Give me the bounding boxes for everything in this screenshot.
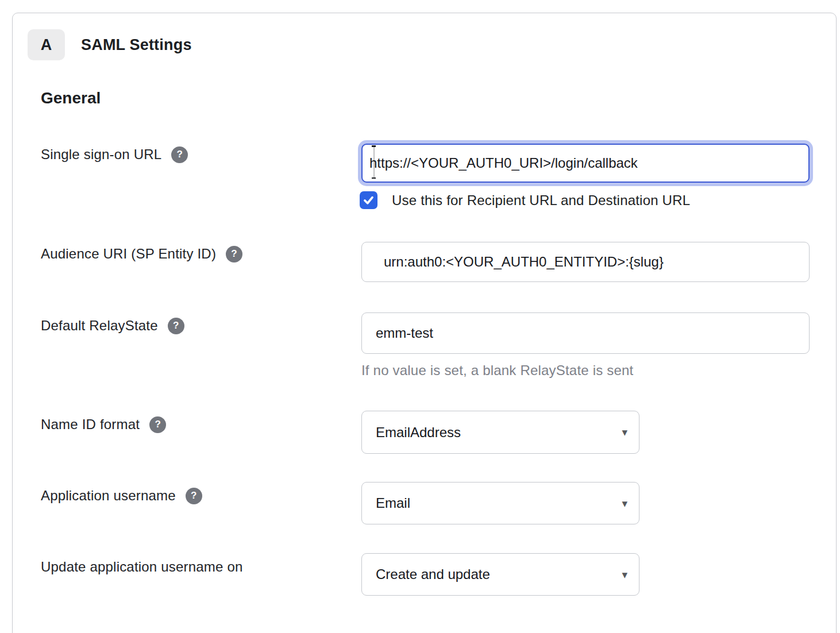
app-username-label: Application username	[41, 487, 176, 504]
app-username-select[interactable]: Email ▾	[361, 482, 639, 524]
help-icon[interactable]: ?	[186, 488, 202, 504]
saml-settings-card: A SAML Settings General Single sign-on U…	[12, 13, 837, 633]
relay-state-label-row: Default RelayState ?	[41, 317, 184, 334]
help-icon[interactable]: ?	[149, 416, 166, 433]
relay-state-label: Default RelayState	[41, 317, 158, 334]
page-title: SAML Settings	[81, 36, 192, 54]
update-username-label: Update application username on	[41, 558, 243, 576]
help-icon[interactable]: ?	[168, 318, 184, 334]
section-title-general: General	[41, 89, 101, 107]
checkmark-icon	[363, 194, 375, 206]
app-username-label-row: Application username ?	[41, 487, 202, 504]
update-username-label-row: Update application username on	[41, 558, 243, 576]
name-id-format-label: Name ID format	[41, 416, 140, 433]
help-glyph: ?	[155, 416, 161, 433]
name-id-format-select[interactable]: EmailAddress ▾	[361, 411, 639, 454]
help-glyph: ?	[191, 487, 197, 504]
help-glyph: ?	[177, 146, 183, 163]
audience-uri-label-row: Audience URI (SP Entity ID) ?	[41, 245, 242, 263]
card-header: A SAML Settings	[28, 29, 192, 60]
sso-url-label: Single sign-on URL	[41, 146, 161, 163]
update-username-select[interactable]: Create and update ▾	[361, 553, 639, 596]
relay-state-hint: If no value is set, a blank RelayState i…	[361, 362, 633, 379]
help-icon[interactable]: ?	[171, 146, 188, 163]
audience-uri-input[interactable]	[361, 242, 810, 282]
step-badge: A	[28, 29, 65, 60]
sso-url-label-row: Single sign-on URL ?	[41, 146, 188, 163]
chevron-down-icon: ▾	[622, 569, 627, 580]
sso-url-input[interactable]	[361, 144, 810, 183]
chevron-down-icon: ▾	[622, 498, 627, 509]
app-username-value: Email	[376, 495, 410, 511]
help-glyph: ?	[231, 245, 237, 263]
recipient-url-checkbox[interactable]	[360, 191, 377, 209]
recipient-url-checkbox-row: Use this for Recipient URL and Destinati…	[360, 191, 690, 209]
step-badge-letter: A	[41, 36, 52, 54]
help-glyph: ?	[173, 317, 179, 334]
name-id-format-label-row: Name ID format ?	[41, 416, 166, 433]
update-username-value: Create and update	[376, 566, 490, 582]
relay-state-input[interactable]	[361, 312, 810, 354]
help-icon[interactable]: ?	[226, 246, 242, 263]
recipient-url-checkbox-label: Use this for Recipient URL and Destinati…	[392, 192, 690, 209]
name-id-format-value: EmailAddress	[376, 424, 461, 441]
chevron-down-icon: ▾	[622, 427, 627, 438]
audience-uri-label: Audience URI (SP Entity ID)	[41, 245, 216, 263]
